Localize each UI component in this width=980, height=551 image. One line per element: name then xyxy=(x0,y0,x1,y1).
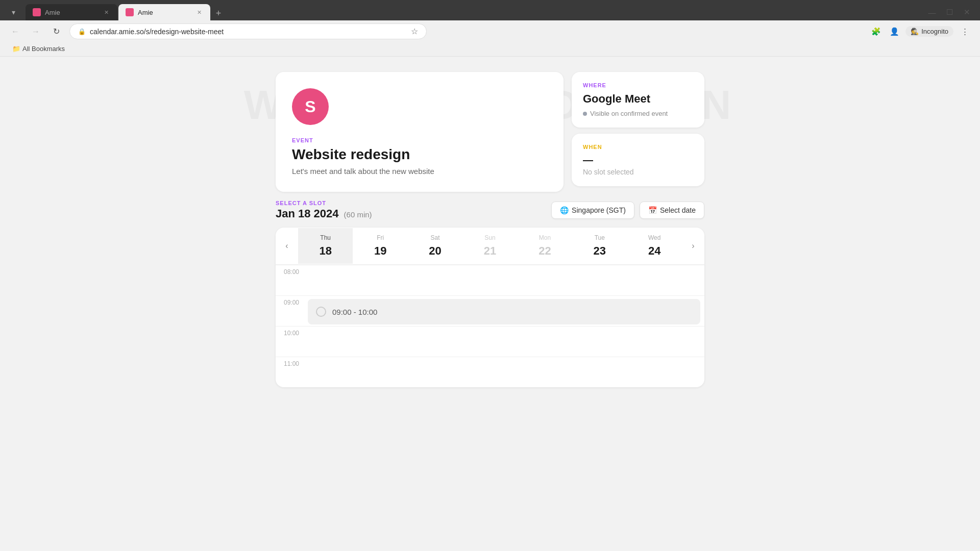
day-name-19: Fri xyxy=(377,234,384,241)
slot-actions: 🌐 Singapore (SGT) 📅 Select date xyxy=(551,202,704,219)
event-type-label: EVENT xyxy=(292,137,547,143)
main-container: S EVENT Website redesign Let's meet and … xyxy=(276,72,704,192)
browser-chrome: ▾ Amie ✕ Amie ✕ + — ☐ ✕ ← → ↻ � xyxy=(0,0,980,57)
when-label: WHEN xyxy=(583,144,693,150)
minimize-btn[interactable]: — xyxy=(925,5,939,19)
tab-1-label: Amie xyxy=(45,9,98,16)
day-name-22: Mon xyxy=(539,234,551,241)
browser-actions: 🧩 👤 🕵 Incognito ⋮ xyxy=(869,24,972,39)
day-col-19[interactable]: Fri 19 xyxy=(353,228,407,264)
day-name-24: Wed xyxy=(648,234,660,241)
select-slot-label: SELECT A SLOT xyxy=(276,200,372,206)
lock-icon: 🔒 xyxy=(78,28,86,35)
extensions-btn[interactable]: 🧩 xyxy=(869,24,883,39)
day-col-23[interactable]: Tue 23 xyxy=(572,228,627,264)
day-col-22: Mon 22 xyxy=(518,228,572,264)
time-row-1000: 10:00 xyxy=(276,326,704,357)
reload-btn[interactable]: ↻ xyxy=(49,24,63,39)
menu-btn[interactable]: ⋮ xyxy=(958,24,972,39)
day-col-24[interactable]: Wed 24 xyxy=(627,228,682,264)
address-bar[interactable]: 🔒 calendar.amie.so/s/redesign-website-me… xyxy=(69,23,427,39)
day-number-24: 24 xyxy=(648,244,660,258)
globe-icon: 🌐 xyxy=(560,206,569,214)
tab-2-close[interactable]: ✕ xyxy=(195,8,203,16)
tab-1[interactable]: Amie ✕ xyxy=(26,4,117,20)
page-content: WEBSITE REDESIGN S EVENT Website redesig… xyxy=(0,57,980,551)
prev-week-btn[interactable]: ‹ xyxy=(276,228,298,264)
select-date-btn[interactable]: 📅 Select date xyxy=(640,202,704,219)
avatar: S xyxy=(292,88,329,125)
tab-2-label: Amie xyxy=(138,9,191,16)
days-grid: Thu 18 Fri 19 Sat 20 Sun 21 Mon 22 Tue 2… xyxy=(298,228,682,264)
incognito-icon: 🕵 xyxy=(911,28,919,35)
incognito-badge[interactable]: 🕵 Incognito xyxy=(905,26,953,37)
back-btn[interactable]: ← xyxy=(8,24,22,39)
slot-header-left: SELECT A SLOT Jan 18 2024 (60 min) xyxy=(276,200,372,220)
timezone-label: Singapore (SGT) xyxy=(572,206,626,214)
restore-btn[interactable]: ☐ xyxy=(942,5,957,19)
time-label-1100: 11:00 xyxy=(276,357,304,387)
next-week-btn[interactable]: › xyxy=(682,228,704,264)
day-col-20[interactable]: Sat 20 xyxy=(408,228,462,264)
time-row-0800: 08:00 xyxy=(276,265,704,295)
time-label-0800: 08:00 xyxy=(276,265,304,295)
right-panel: WHERE Google Meet Visible on confirmed e… xyxy=(572,72,704,192)
slot-date: Jan 18 2024 xyxy=(276,207,339,220)
day-number-21: 21 xyxy=(484,244,496,258)
next-week-icon: › xyxy=(692,241,694,251)
tab-2-favicon xyxy=(126,8,134,16)
slot-time-label: 09:00 - 10:00 xyxy=(332,308,377,316)
slot-duration: (60 min) xyxy=(344,210,372,219)
time-content-1000 xyxy=(304,327,704,357)
tab-dropdown-btn[interactable]: ▾ xyxy=(6,5,20,19)
folder-icon: 📁 xyxy=(12,45,20,53)
tab-2[interactable]: Amie ✕ xyxy=(118,4,210,20)
slot-radio xyxy=(316,307,326,317)
day-name-23: Tue xyxy=(595,234,605,241)
day-name-20: Sat xyxy=(431,234,440,241)
event-description: Let's meet and talk about the new websit… xyxy=(292,167,547,176)
tabs-bar: Amie ✕ Amie ✕ + xyxy=(26,4,922,20)
day-col-21: Sun 21 xyxy=(462,228,517,264)
incognito-label: Incognito xyxy=(921,28,948,35)
where-card: WHERE Google Meet Visible on confirmed e… xyxy=(572,72,704,128)
day-number-22: 22 xyxy=(538,244,551,258)
time-content-1100 xyxy=(304,357,704,387)
when-card: WHEN — No slot selected xyxy=(572,134,704,186)
day-name-21: Sun xyxy=(484,234,495,241)
time-content-0900: 09:00 - 10:00 xyxy=(304,296,704,326)
where-note: Visible on confirmed event xyxy=(583,110,693,117)
all-bookmarks-folder[interactable]: 📁 All Bookmarks xyxy=(8,44,69,54)
avatar-letter: S xyxy=(305,97,315,116)
visibility-note-text: Visible on confirmed event xyxy=(590,110,668,117)
new-tab-btn[interactable]: + xyxy=(211,6,226,20)
tab-1-close[interactable]: ✕ xyxy=(102,8,110,16)
time-slot-block-0900[interactable]: 09:00 - 10:00 xyxy=(308,299,700,324)
time-label-0900: 09:00 xyxy=(276,296,304,326)
profile-btn[interactable]: 👤 xyxy=(887,24,901,39)
time-label-1000: 10:00 xyxy=(276,327,304,357)
day-name-18: Thu xyxy=(320,234,331,241)
browser-addressbar: ← → ↻ 🔒 calendar.amie.so/s/redesign-webs… xyxy=(0,20,980,42)
day-header-row: ‹ Thu 18 Fri 19 Sat 20 Sun 21 Mon 22 Tue… xyxy=(276,228,704,265)
bookmark-star-icon[interactable]: ☆ xyxy=(411,27,418,36)
timezone-btn[interactable]: 🌐 Singapore (SGT) xyxy=(551,202,634,219)
forward-btn[interactable]: → xyxy=(29,24,43,39)
day-col-18[interactable]: Thu 18 xyxy=(298,228,353,264)
event-card: S EVENT Website redesign Let's meet and … xyxy=(276,72,564,192)
url-text: calendar.amie.so/s/redesign-website-meet xyxy=(90,28,407,36)
slot-header: SELECT A SLOT Jan 18 2024 (60 min) 🌐 Sin… xyxy=(276,200,704,220)
day-number-18: 18 xyxy=(319,244,331,258)
tab-1-favicon xyxy=(33,8,41,16)
prev-week-icon: ‹ xyxy=(285,241,288,251)
time-grid: 08:00 09:00 09:00 - 10:00 10:00 11:00 xyxy=(276,265,704,387)
close-btn[interactable]: ✕ xyxy=(960,5,974,19)
calendar-icon: 📅 xyxy=(648,206,657,214)
day-number-19: 19 xyxy=(374,244,386,258)
time-content-0800 xyxy=(304,265,704,295)
bookmarks-label: All Bookmarks xyxy=(22,45,65,53)
time-row-0900: 09:00 09:00 - 10:00 xyxy=(276,295,704,326)
bookmarks-bar: 📁 All Bookmarks xyxy=(0,42,980,57)
slot-date-row: Jan 18 2024 (60 min) xyxy=(276,207,372,220)
event-title: Website redesign xyxy=(292,146,547,163)
